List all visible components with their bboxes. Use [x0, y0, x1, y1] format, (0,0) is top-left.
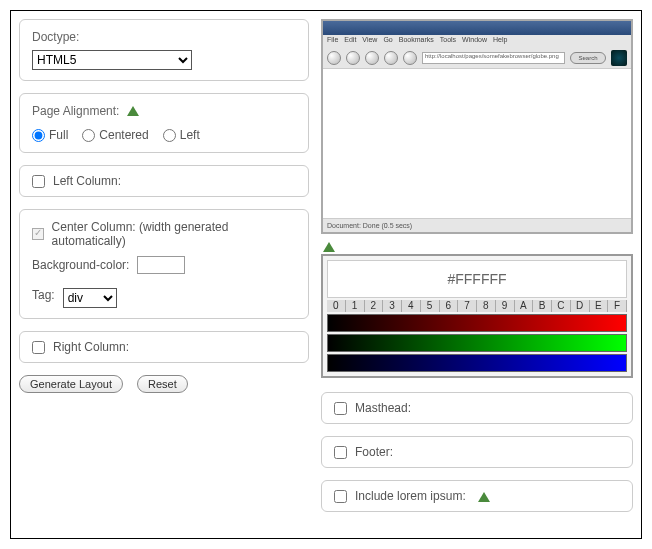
right-column-group: Right Column:: [19, 331, 309, 363]
footer-checkbox[interactable]: [334, 446, 347, 459]
doctype-group: Doctype: HTML5: [19, 19, 309, 81]
reset-button[interactable]: Reset: [137, 375, 188, 393]
lorem-toggle[interactable]: Include lorem ipsum:: [334, 489, 620, 503]
align-full-option[interactable]: Full: [32, 128, 68, 142]
browser-menubar: FileEditViewGoBookmarksToolsWindowHelp: [323, 35, 631, 47]
bg-color-input[interactable]: [137, 256, 185, 274]
stop-icon: [384, 51, 398, 65]
footer-group: Footer:: [321, 436, 633, 468]
masthead-group: Masthead:: [321, 392, 633, 424]
left-column-group: Left Column:: [19, 165, 309, 197]
left-controls: Doctype: HTML5 Page Alignment: Full Cent…: [19, 19, 309, 530]
back-icon: [327, 51, 341, 65]
color-picker: #FFFFFF 0123456789ABCDEF: [321, 254, 633, 378]
align-full-radio[interactable]: [32, 129, 45, 142]
reload-icon: [365, 51, 379, 65]
hex-digit-row[interactable]: 0123456789ABCDEF: [327, 300, 627, 312]
center-column-group: Center Column: (width generated automati…: [19, 209, 309, 319]
green-slider[interactable]: [327, 334, 627, 352]
tag-label: Tag:: [32, 288, 55, 302]
forward-icon: [346, 51, 360, 65]
left-column-toggle[interactable]: Left Column:: [32, 174, 296, 188]
home-icon: [403, 51, 417, 65]
lorem-group: Include lorem ipsum:: [321, 480, 633, 512]
bg-color-label: Background-color:: [32, 258, 129, 272]
url-bar: http://localhost/pages/somefakebrowser/g…: [422, 52, 565, 64]
warning-icon: [323, 242, 335, 252]
browser-statusbar: Document: Done (0.5 secs): [323, 218, 631, 232]
browser-titlebar: [323, 21, 631, 35]
alignment-group: Page Alignment: Full Centered Left: [19, 93, 309, 153]
masthead-toggle[interactable]: Masthead:: [334, 401, 620, 415]
masthead-checkbox[interactable]: [334, 402, 347, 415]
tag-select[interactable]: div: [63, 288, 117, 308]
left-column-checkbox[interactable]: [32, 175, 45, 188]
blue-slider[interactable]: [327, 354, 627, 372]
layout-generator-panel: Doctype: HTML5 Page Alignment: Full Cent…: [10, 10, 642, 539]
hex-display: #FFFFFF: [327, 260, 627, 298]
browser-toolbar: http://localhost/pages/somefakebrowser/g…: [323, 47, 631, 69]
align-centered-option[interactable]: Centered: [82, 128, 148, 142]
align-left-radio[interactable]: [163, 129, 176, 142]
right-column-toggle[interactable]: Right Column:: [32, 340, 296, 354]
right-preview: FileEditViewGoBookmarksToolsWindowHelp h…: [321, 19, 633, 530]
right-column-checkbox[interactable]: [32, 341, 45, 354]
red-slider[interactable]: [327, 314, 627, 332]
center-column-label: Center Column: (width generated automati…: [52, 220, 296, 248]
browser-logo-icon: [611, 50, 627, 66]
doctype-label: Doctype:: [32, 30, 296, 44]
generate-button[interactable]: Generate Layout: [19, 375, 123, 393]
footer-toggle[interactable]: Footer:: [334, 445, 620, 459]
warning-icon: [478, 492, 490, 502]
doctype-select[interactable]: HTML5: [32, 50, 192, 70]
lorem-checkbox[interactable]: [334, 490, 347, 503]
search-button: Search: [570, 52, 606, 64]
browser-preview: FileEditViewGoBookmarksToolsWindowHelp h…: [321, 19, 633, 234]
warning-icon: [127, 106, 139, 116]
center-column-checkbox: [32, 228, 44, 240]
browser-viewport: [323, 69, 631, 218]
alignment-label: Page Alignment:: [32, 104, 119, 118]
align-centered-radio[interactable]: [82, 129, 95, 142]
align-left-option[interactable]: Left: [163, 128, 200, 142]
